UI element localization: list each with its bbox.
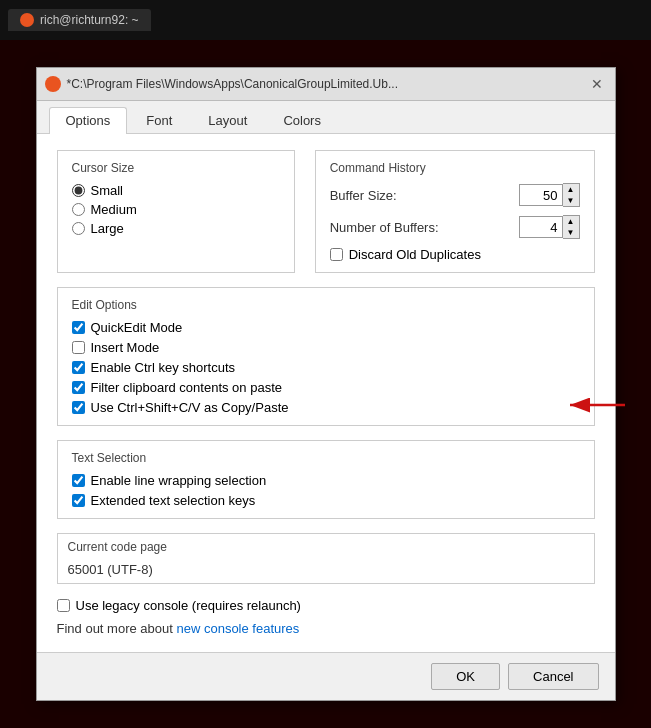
code-page-value: 65001 (UTF-8) (68, 562, 584, 577)
cursor-large-option[interactable]: Large (72, 221, 280, 236)
legacy-console-label: Use legacy console (requires relaunch) (76, 598, 301, 613)
cursor-small-label: Small (91, 183, 124, 198)
buffer-size-spinner-btns: ▲ ▼ (563, 183, 580, 207)
buffer-size-spinner: ▲ ▼ (519, 183, 580, 207)
new-console-features-link[interactable]: new console features (176, 621, 299, 636)
tab-options[interactable]: Options (49, 107, 128, 134)
insert-mode-label: Insert Mode (91, 340, 160, 355)
quickedit-checkbox[interactable] (72, 321, 85, 334)
ctrl-shortcuts-checkbox[interactable] (72, 361, 85, 374)
cursor-size-title: Cursor Size (72, 161, 280, 175)
extended-keys-label: Extended text selection keys (91, 493, 256, 508)
cursor-medium-label: Medium (91, 202, 137, 217)
filter-clipboard-item[interactable]: Filter clipboard contents on paste (72, 380, 580, 395)
window-title: *C:\Program Files\WindowsApps\CanonicalG… (67, 77, 581, 91)
cursor-large-label: Large (91, 221, 124, 236)
link-prefix: Find out more about (57, 621, 177, 636)
num-buffers-label: Number of Buffers: (330, 220, 511, 235)
cursor-small-radio[interactable] (72, 184, 85, 197)
buffer-size-row: Buffer Size: ▲ ▼ (330, 183, 580, 207)
taskbar-tab-label: rich@richturn92: ~ (40, 13, 139, 27)
text-selection-title: Text Selection (72, 451, 580, 465)
cancel-button[interactable]: Cancel (508, 663, 598, 690)
dialog-wrapper: *C:\Program Files\WindowsApps\CanonicalG… (36, 67, 616, 701)
cursor-medium-option[interactable]: Medium (72, 202, 280, 217)
edit-options-list: QuickEdit Mode Insert Mode Enable Ctrl k… (72, 320, 580, 415)
buffer-size-input[interactable] (519, 184, 563, 206)
top-section: Cursor Size Small Medium Large (57, 150, 595, 273)
code-page-box: Current code page 65001 (UTF-8) (57, 533, 595, 584)
window-icon (45, 76, 61, 92)
ctrl-shortcuts-item[interactable]: Enable Ctrl key shortcuts (72, 360, 580, 375)
num-buffers-row: Number of Buffers: ▲ ▼ (330, 215, 580, 239)
dialog-footer: OK Cancel (37, 653, 615, 700)
command-history-title: Command History (330, 161, 580, 175)
tab-layout[interactable]: Layout (191, 107, 264, 133)
cursor-medium-radio[interactable] (72, 203, 85, 216)
ok-button[interactable]: OK (431, 663, 500, 690)
tabs-row: Options Font Layout Colors (37, 101, 615, 134)
num-buffers-down[interactable]: ▼ (563, 227, 579, 238)
filter-clipboard-checkbox[interactable] (72, 381, 85, 394)
line-wrapping-checkbox[interactable] (72, 474, 85, 487)
properties-dialog: *C:\Program Files\WindowsApps\CanonicalG… (36, 67, 616, 701)
discard-duplicates-label: Discard Old Duplicates (349, 247, 481, 262)
text-selection-list: Enable line wrapping selection Extended … (72, 473, 580, 508)
insert-mode-checkbox[interactable] (72, 341, 85, 354)
close-button[interactable]: ✕ (587, 74, 607, 94)
num-buffers-up[interactable]: ▲ (563, 216, 579, 227)
cursor-large-radio[interactable] (72, 222, 85, 235)
dialog-body: Cursor Size Small Medium Large (37, 134, 615, 653)
discard-duplicates-checkbox[interactable] (330, 248, 343, 261)
cursor-size-box: Cursor Size Small Medium Large (57, 150, 295, 273)
tab-colors[interactable]: Colors (266, 107, 338, 133)
buffer-size-up[interactable]: ▲ (563, 184, 579, 195)
taskbar: rich@richturn92: ~ (0, 0, 651, 40)
link-row: Find out more about new console features (57, 621, 595, 636)
ctrl-shortcuts-label: Enable Ctrl key shortcuts (91, 360, 236, 375)
edit-options-box: Edit Options QuickEdit Mode Insert Mode … (57, 287, 595, 426)
quickedit-item[interactable]: QuickEdit Mode (72, 320, 580, 335)
cursor-size-radio-group: Small Medium Large (72, 183, 280, 236)
buffer-size-down[interactable]: ▼ (563, 195, 579, 206)
quickedit-label: QuickEdit Mode (91, 320, 183, 335)
extended-keys-checkbox[interactable] (72, 494, 85, 507)
edit-options-title: Edit Options (72, 298, 580, 312)
taskbar-tab: rich@richturn92: ~ (8, 9, 151, 31)
tab-font[interactable]: Font (129, 107, 189, 133)
line-wrapping-label: Enable line wrapping selection (91, 473, 267, 488)
text-selection-box: Text Selection Enable line wrapping sele… (57, 440, 595, 519)
ctrl-shift-cv-item[interactable]: Use Ctrl+Shift+C/V as Copy/Paste (72, 400, 580, 415)
ubuntu-icon (20, 13, 34, 27)
code-page-title: Current code page (68, 540, 584, 554)
ctrl-shift-cv-label: Use Ctrl+Shift+C/V as Copy/Paste (91, 400, 289, 415)
insert-mode-item[interactable]: Insert Mode (72, 340, 580, 355)
ctrl-shift-cv-checkbox[interactable] (72, 401, 85, 414)
num-buffers-spinner-btns: ▲ ▼ (563, 215, 580, 239)
legacy-console-row[interactable]: Use legacy console (requires relaunch) (57, 598, 595, 613)
line-wrapping-item[interactable]: Enable line wrapping selection (72, 473, 580, 488)
buffer-size-label: Buffer Size: (330, 188, 511, 203)
title-bar: *C:\Program Files\WindowsApps\CanonicalG… (37, 68, 615, 101)
num-buffers-input[interactable] (519, 216, 563, 238)
extended-keys-item[interactable]: Extended text selection keys (72, 493, 580, 508)
cursor-small-option[interactable]: Small (72, 183, 280, 198)
command-history-box: Command History Buffer Size: ▲ ▼ Number (315, 150, 595, 273)
filter-clipboard-label: Filter clipboard contents on paste (91, 380, 283, 395)
legacy-console-checkbox[interactable] (57, 599, 70, 612)
num-buffers-spinner: ▲ ▼ (519, 215, 580, 239)
discard-duplicates-row[interactable]: Discard Old Duplicates (330, 247, 580, 262)
